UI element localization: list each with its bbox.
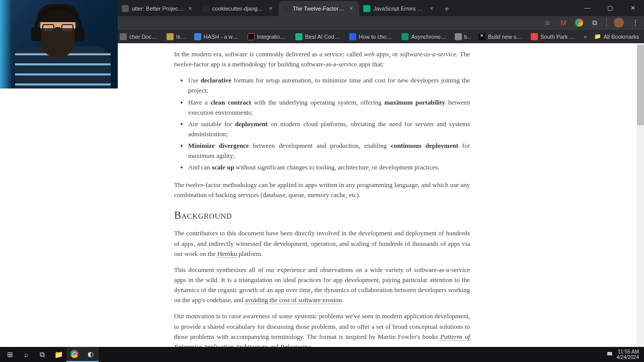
taskview-icon[interactable]: ⧉ [34,347,50,362]
list-item: Have a clean contract with the underlyin… [188,98,470,118]
tab-twelve-factor[interactable]: The Twelve-Factor App × [279,1,359,16]
link-refactoring-book[interactable]: Refactoring [280,343,311,347]
tray-icon[interactable]: ᚙ [607,352,613,357]
tab-title: cookiecutter-django/[cookie [212,6,265,12]
tab-favicon [202,5,209,12]
bookmark-star-icon[interactable]: ☆ [543,18,552,27]
close-icon[interactable]: × [429,6,435,12]
system-clock[interactable]: 11:55 AM 4/24/2024 [617,349,639,360]
bookmark-item[interactable]: How to choose a br... [349,33,394,40]
minimize-button[interactable]: — [576,0,599,16]
chrome-icon[interactable] [66,347,83,362]
bookmark-item[interactable]: South Park - Watch... [531,33,577,40]
link-heroku[interactable]: Heroku [217,250,237,258]
tab-title: The Twelve-Factor App [293,6,345,12]
close-window-button[interactable]: ✕ [621,0,644,16]
bookmark-item[interactable]: Integrations | Astro [248,33,289,40]
principles-list: Use declarative formats for setup automa… [188,75,470,172]
webcam-overlay [0,0,118,88]
tab-github[interactable]: cookiecutter-django/[cookie × [198,1,279,16]
bookmarks-overflow-icon[interactable]: » [584,33,587,40]
link-software-erosion[interactable]: avoiding the cost of software erosion [245,296,342,304]
extensions-icon[interactable]: ⧉ [590,18,599,27]
bookmark-item[interactable]: HASH - a workspac... [194,33,240,40]
tab-cookiecutter[interactable]: utter: Better Project Te × [118,1,198,16]
bookmark-item[interactable]: bot.js [455,33,471,40]
bookmark-item[interactable]: cher Docs: Over... [120,33,159,40]
new-tab-button[interactable]: + [440,2,454,16]
close-icon[interactable]: × [187,6,193,12]
close-icon[interactable]: × [348,6,354,12]
tab-strip: utter: Better Project Te × cookiecutter-… [118,0,454,16]
search-icon[interactable]: ⌕ [18,347,34,362]
menu-icon[interactable]: ⋮ [631,18,640,27]
list-item: And can scale up without significant cha… [188,162,470,172]
tab-favicon [122,5,129,12]
profile-avatar[interactable] [614,18,624,28]
extension-icon[interactable] [575,19,583,27]
page-viewport: In the modern era, software is commonly … [0,43,644,347]
all-bookmarks-button[interactable]: 📁All Bookmarks [594,33,639,40]
tab-favicon [283,5,290,12]
list-item: Are suitable for deployment on modern cl… [188,119,470,139]
close-icon[interactable]: × [268,6,274,12]
tab-title: JavaScript Errors Resolution [373,6,426,12]
bookmark-item[interactable]: Ikariam [167,33,187,40]
start-button[interactable]: ⊞ [2,347,18,362]
list-item: Use declarative formats for setup automa… [188,75,470,96]
window-controls: — ▢ ✕ [576,0,644,16]
intro-paragraph: In the modern era, software is commonly … [174,49,470,69]
windows-taskbar: ⊞ ⌕ ⧉ 📁 ◐ ᚙ 11:55 AM 4/24/2024 [0,347,644,362]
tab-favicon [363,5,370,12]
obs-icon[interactable]: ◐ [83,347,99,362]
bookmark-item[interactable]: Best AI Code Gener... [295,33,342,40]
background-paragraph: Our motivation is to raise awareness of … [174,311,470,347]
maximize-button[interactable]: ▢ [599,0,621,16]
bookmark-item[interactable]: Asynchronous Task... [401,33,447,40]
file-explorer-icon[interactable]: 📁 [50,347,66,362]
tab-title: utter: Better Project Te [132,6,184,12]
divider [606,18,607,27]
heading-background: Background [174,207,470,224]
extension-icon[interactable]: M [559,18,568,27]
bookmark-item[interactable]: ✕Build new skills. Ad... [478,33,524,40]
list-item: Minimize divergence between development … [188,141,470,161]
tab-chatgpt[interactable]: JavaScript Errors Resolution × [359,1,440,16]
methodology-paragraph: The twelve-factor methodology can be app… [174,180,470,200]
background-paragraph: The contributors to this document have b… [174,228,470,258]
scrollbar-thumb[interactable] [637,45,644,125]
background-paragraph: This document synthesizes all of our exp… [174,265,470,306]
page-content: In the modern era, software is commonly … [0,43,644,347]
